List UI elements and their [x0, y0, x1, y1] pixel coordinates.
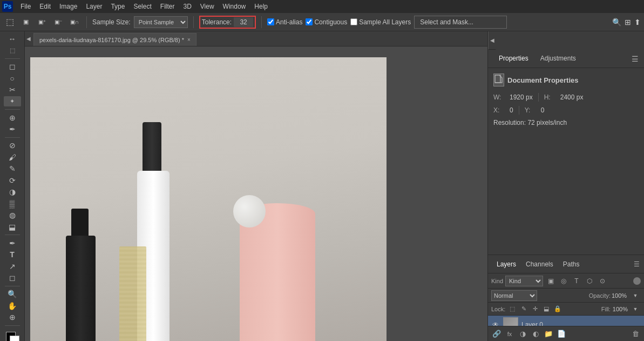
path-select-icon[interactable]: ↗ [4, 261, 21, 271]
history-brush-icon[interactable]: ⟳ [4, 175, 21, 185]
brush-icon[interactable]: 🖌 [4, 152, 21, 162]
layer-mask-button[interactable]: ◑ [517, 329, 528, 339]
blend-mode-select[interactable]: Normal [491, 290, 537, 301]
crop-icon[interactable]: ⊕ [4, 112, 21, 123]
lasso-icon[interactable]: ✂ [4, 85, 21, 95]
layer-filter-adjustment[interactable]: ◎ [558, 276, 569, 286]
tab-layers[interactable]: Layers [492, 258, 520, 270]
menu-3d[interactable]: 3D [179, 2, 195, 11]
menu-select[interactable]: Select [129, 2, 155, 11]
shape-icon[interactable]: ◻ [4, 272, 21, 283]
properties-menu-icon[interactable]: ☰ [632, 55, 639, 63]
menu-view[interactable]: View [196, 2, 219, 11]
sample-size-select[interactable]: Point Sample 3 by 3 Average 5 by 5 Avera… [134, 16, 188, 28]
magic-wand-icon[interactable]: ✦ [4, 96, 21, 106]
sample-all-checkbox-label[interactable]: Sample All Layers [350, 18, 411, 26]
opacity-expand-button[interactable]: ▼ [630, 290, 641, 301]
separator-1 [86, 16, 87, 28]
layer-link-button[interactable]: 🔗 [491, 329, 502, 339]
bottle-cap [143, 122, 161, 171]
properties-content: Document Properties W: 1920 px H: 2400 p… [488, 68, 644, 132]
tool-option-4[interactable]: ▣∩ [68, 16, 81, 29]
contiguous-checkbox[interactable] [306, 18, 313, 25]
foreground-background-colors[interactable] [5, 331, 20, 341]
menu-image[interactable]: Image [55, 2, 82, 11]
menu-file[interactable]: File [16, 2, 35, 11]
menu-layer[interactable]: Layer [82, 2, 106, 11]
tab-channels[interactable]: Channels [521, 258, 558, 270]
gradient-icon[interactable]: ▒ [4, 198, 21, 209]
tab-paths[interactable]: Paths [559, 258, 584, 270]
table-row[interactable]: 👁 Layer 0 [488, 316, 644, 326]
sample-all-checkbox[interactable] [350, 18, 357, 25]
layers-menu-icon[interactable]: ☰ [634, 260, 640, 268]
lock-image-button[interactable]: ✎ [519, 304, 528, 314]
rotate-view-icon[interactable]: ⊕ [4, 312, 21, 322]
clone-stamp-icon[interactable]: ✎ [4, 164, 21, 174]
menu-window[interactable]: Window [219, 2, 250, 11]
ellipse-select-icon[interactable]: ○ [4, 73, 21, 83]
layer-filter-type[interactable]: T [571, 276, 582, 286]
right-panel-collapse[interactable]: ◀ [488, 31, 496, 50]
tab-properties[interactable]: Properties [493, 52, 534, 65]
layer-adjustment-button[interactable]: ◐ [530, 329, 541, 339]
menu-help[interactable]: Help [250, 2, 272, 11]
resolution-row: Resolution: 72 pixels/inch [493, 119, 639, 126]
width-value: 1920 px [510, 93, 533, 101]
type-icon[interactable]: T [4, 249, 21, 259]
tab-adjustments[interactable]: Adjustments [535, 52, 581, 65]
anti-alias-checkbox[interactable] [267, 18, 274, 25]
new-layer-button[interactable]: 📄 [556, 329, 567, 339]
select-mask-button[interactable] [414, 16, 507, 29]
menu-type[interactable]: Type [106, 2, 129, 11]
share-button[interactable]: ⬆ [634, 18, 641, 26]
kind-select[interactable]: Kind [505, 276, 543, 286]
canvas-scroll-area[interactable] [25, 46, 487, 341]
opacity-value: 100% [612, 292, 629, 299]
tool-select-dropdown[interactable]: ⬚ [3, 16, 16, 29]
contiguous-checkbox-label[interactable]: Contiguous [306, 18, 347, 26]
tool-sep-1 [5, 58, 20, 59]
delete-layer-button[interactable]: 🗑 [630, 329, 641, 339]
layer-group-button[interactable]: 📁 [543, 329, 554, 339]
zoom-icon[interactable]: 🔍 [4, 289, 21, 299]
layer-filter-pixel[interactable]: ▣ [545, 276, 556, 286]
hand-icon[interactable]: ✋ [4, 300, 21, 311]
lock-all-button[interactable]: 🔒 [553, 304, 562, 314]
lock-transparent-button[interactable]: ⬚ [507, 304, 517, 314]
eraser-icon[interactable]: ◑ [4, 187, 21, 197]
dimensions-row: W: 1920 px H: 2400 px [493, 93, 639, 102]
rect-select-icon[interactable]: ◻ [4, 62, 21, 72]
document-tab[interactable]: pexels-daria-liudnaya-8167170.jpg @ 29.5… [33, 33, 196, 46]
menu-edit[interactable]: Edit [35, 2, 55, 11]
tolerance-input[interactable] [234, 17, 253, 27]
search-button[interactable]: 🔍 [612, 18, 621, 26]
blur-icon[interactable]: ◍ [4, 210, 21, 220]
tab-close-button[interactable]: × [187, 37, 191, 43]
fill-expand-button[interactable]: ▼ [630, 304, 641, 315]
tool-option-3[interactable]: ▣⁻ [52, 16, 65, 29]
tool-option-1[interactable]: ▣ [19, 16, 32, 29]
move-tool-icon[interactable]: ↔ [4, 34, 21, 44]
layer-filter-shape[interactable]: ⬡ [584, 276, 595, 286]
anti-alias-checkbox-label[interactable]: Anti-alias [267, 18, 302, 26]
layout-icon-button[interactable]: ⊞ [625, 18, 631, 26]
dodge-icon[interactable]: ⬓ [4, 222, 21, 232]
layers-panel: Layers Channels Paths ☰ Kind Kind ▣ ◎ T … [488, 255, 644, 341]
healing-icon[interactable]: ⊘ [4, 141, 21, 151]
layer-filter-toggle[interactable] [633, 277, 641, 285]
tool-option-2[interactable]: ▣⁺ [36, 16, 49, 29]
prop-sep-2 [519, 106, 519, 115]
layer-list: 👁 Layer 0 [488, 316, 644, 326]
eyedropper-icon[interactable]: ✒ [4, 124, 21, 135]
layer-filter-smart[interactable]: ⊙ [597, 276, 608, 286]
lock-artboard-button[interactable]: ⬓ [541, 304, 551, 314]
left-panel-collapse[interactable]: ◀ [25, 31, 32, 46]
canvas-image[interactable] [30, 57, 387, 341]
pen-icon[interactable]: ✒ [4, 238, 21, 248]
layer-visibility-toggle[interactable]: 👁 [491, 321, 500, 326]
lock-position-button[interactable]: ✛ [530, 304, 540, 314]
menu-filter[interactable]: Filter [156, 2, 179, 11]
artboard-tool-icon[interactable]: ⬚ [4, 45, 21, 55]
layer-fx-button[interactable]: fx [504, 329, 515, 339]
